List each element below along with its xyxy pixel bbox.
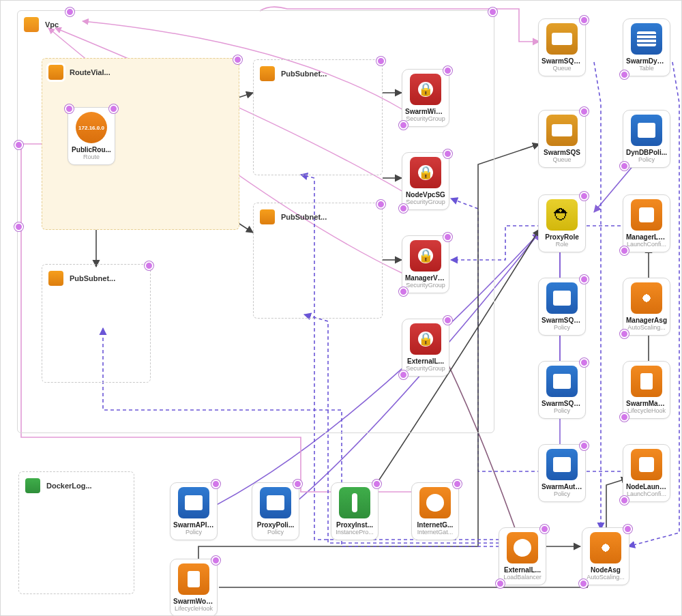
node-title: SwarmSQSP... [542,317,582,324]
node-external-lb-sg[interactable]: ExternalL... SecurityGroup [402,319,449,377]
lifecycle-hook-icon [178,563,209,595]
node-swarm-worker-hook[interactable]: SwarmWork... LifecycleHook [170,559,218,616]
policy-icon [546,449,578,480]
diagram-canvas: Vpc RouteViaI... PubSubnet... PubSubnet.… [0,0,682,616]
policy-icon [546,366,578,397]
node-swarm-sqs-cleanup[interactable]: SwarmSQSC... Queue [538,18,586,76]
group-ps2-label: PubSubnet... [281,213,327,221]
node-subtitle: Policy [542,324,582,331]
node-subtitle: LaunchConfi... [626,241,667,248]
node-subtitle: Queue [542,65,582,72]
node-subtitle: LaunchConfi... [626,490,667,497]
group-ps3-label: PubSubnet... [70,274,115,282]
node-node-asg[interactable]: NodeAsg AutoScaling... [582,527,629,585]
node-title: ProxyPoli... [255,521,296,529]
queue-icon [546,115,578,146]
cidr-icon [76,112,107,143]
node-swarm-api-policy[interactable]: SwarmAPIP... Policy [170,482,218,540]
asg-icon [590,532,621,563]
node-public-route[interactable]: PublicRou... Route [68,107,115,165]
node-title: NodeVpcSG [405,191,446,199]
node-swarm-sqs[interactable]: SwarmSQS Queue [538,110,586,168]
group-rt-label: RouteViaI... [70,68,110,76]
group-ps1-label: PubSubnet... [281,70,327,78]
node-title: ProxyRole [542,233,582,241]
node-subtitle: Role [542,241,582,248]
group-pubsubnet-2[interactable]: PubSubnet... [253,203,383,319]
node-node-launch[interactable]: NodeLaunc... LaunchConfi... [623,444,670,502]
cloud-icon [22,15,41,34]
group-docker-log[interactable]: DockerLog... [18,471,134,594]
policy-icon [178,487,209,518]
subnet-icon [46,269,65,288]
asg-icon [631,282,662,314]
security-group-icon [410,157,441,188]
node-swarm-sqsc-policy[interactable]: SwarmSQSC... Policy [538,361,586,419]
node-node-vpc-sg[interactable]: NodeVpcSG SecurityGroup [402,152,449,210]
node-title: ExternalL... [502,566,543,574]
node-swarm-auto-policy[interactable]: SwarmAuto... Policy [538,444,586,502]
instance-profile-icon [339,487,370,518]
node-title: NodeAsg [585,566,626,574]
node-subtitle: InstancePro... [334,529,375,536]
node-subtitle: LoadBalancer [502,574,543,581]
group-vpc-label: Vpc [45,20,59,29]
node-manager-launch[interactable]: ManagerLa... LaunchConfi... [623,194,670,252]
node-subtitle: SecurityGroup [405,282,446,289]
node-internet-gw[interactable]: InternetG... InternetGat... [411,482,459,540]
node-subtitle: Queue [542,156,582,163]
node-title: SwarmAuto... [542,483,582,490]
node-title: SwarmMana... [626,400,667,407]
load-balancer-icon [507,532,538,563]
table-icon [631,23,662,55]
node-subtitle: LifecycleHook [626,407,667,414]
node-title: ManagerVp... [405,274,446,282]
node-title: ManagerAsg [626,317,667,324]
node-swarm-wide-sg[interactable]: SwarmWide... SecurityGroup [402,69,449,127]
node-proxy-instance-profile[interactable]: ProxyInst... InstancePro... [331,482,379,540]
node-title: SwarmSQS [542,149,582,156]
queue-icon [546,23,578,55]
node-title: InternetG... [415,521,456,529]
node-title: PublicRou... [71,146,112,153]
security-group-icon [410,74,441,105]
node-title: NodeLaunc... [626,483,667,490]
node-subtitle: SecurityGroup [405,199,446,205]
node-title: ManagerLa... [626,233,667,241]
node-dyndb-policy[interactable]: DynDBPoli... Policy [623,110,670,168]
security-group-icon [410,323,441,355]
node-subtitle: AutoScaling... [585,574,626,581]
node-swarm-sqs-policy[interactable]: SwarmSQSP... Policy [538,278,586,336]
node-subtitle: InternetGat... [415,529,456,536]
role-icon [546,199,578,231]
launch-config-icon [631,199,662,231]
node-title: SwarmDynD... [626,57,667,65]
policy-icon [546,282,578,314]
launch-config-icon [631,449,662,480]
node-swarm-dyndb[interactable]: SwarmDynD... Table [623,18,670,76]
node-subtitle: Policy [542,490,582,497]
node-proxy-policy[interactable]: ProxyPoli... Policy [252,482,299,540]
node-manager-vpc-sg[interactable]: ManagerVp... SecurityGroup [402,235,449,293]
logs-icon [23,476,42,495]
node-swarm-manager-hook[interactable]: SwarmMana... LifecycleHook [623,361,670,419]
group-pubsubnet-3[interactable]: PubSubnet... [42,264,151,383]
security-group-icon [410,240,441,272]
node-subtitle: Table [626,65,667,72]
group-pubsubnet-1[interactable]: PubSubnet... [253,59,383,175]
node-manager-asg[interactable]: ManagerAsg AutoScaling... [623,278,670,336]
node-title: SwarmAPIP... [173,521,214,529]
node-subtitle: Policy [255,529,296,536]
node-proxy-role[interactable]: ProxyRole Role [538,194,586,252]
node-external-lb[interactable]: ExternalL... LoadBalancer [499,527,546,585]
node-title: SwarmWide... [405,108,446,115]
node-title: DynDBPoli... [626,149,667,156]
node-subtitle: SecurityGroup [405,365,446,372]
node-title: SwarmWork... [173,598,214,605]
node-subtitle: SecurityGroup [405,115,446,122]
node-subtitle: LifecycleHook [173,605,214,612]
node-subtitle: Policy [173,529,214,536]
policy-icon [631,115,662,146]
node-subtitle: Route [71,153,112,160]
node-title: SwarmSQSC... [542,400,582,407]
